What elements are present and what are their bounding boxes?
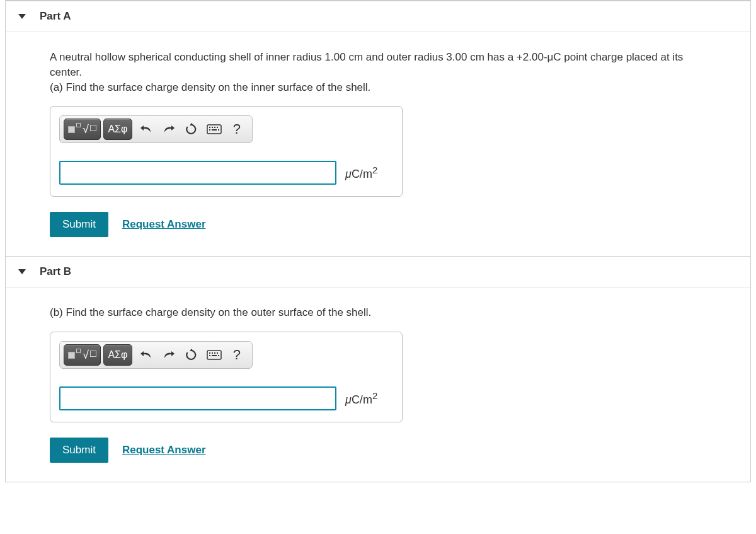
help-button[interactable]: ? <box>226 119 248 139</box>
reset-button[interactable] <box>180 345 203 365</box>
svg-rect-9 <box>209 352 210 354</box>
templates-button[interactable]: √ <box>64 344 101 366</box>
svg-rect-12 <box>217 352 218 354</box>
help-button[interactable]: ? <box>226 345 248 365</box>
caret-down-icon <box>18 269 26 274</box>
part-a-title: Part A <box>40 10 71 23</box>
svg-rect-10 <box>212 352 213 354</box>
svg-rect-7 <box>218 129 219 131</box>
undo-button[interactable] <box>135 119 158 139</box>
problem-text-line1: A neutral hollow spherical conducting sh… <box>50 51 683 78</box>
actions-a: Submit Request Answer <box>50 212 713 237</box>
redo-button[interactable] <box>158 119 180 139</box>
answer-box-b: √ ΑΣφ ? <box>50 332 403 422</box>
part-b-problem: (b) Find the surface charge density on t… <box>50 305 713 320</box>
keyboard-button[interactable] <box>203 345 226 365</box>
toolbar-a: √ ΑΣφ ? <box>59 115 253 143</box>
svg-rect-11 <box>214 352 215 354</box>
svg-rect-6 <box>212 129 217 131</box>
keyboard-button[interactable] <box>203 119 226 139</box>
rect-icon <box>68 126 75 133</box>
reset-icon <box>185 349 198 361</box>
reset-icon <box>185 123 198 136</box>
greek-button[interactable]: ΑΣφ <box>103 344 132 366</box>
answer-box-a: √ ΑΣφ ? <box>50 106 403 197</box>
svg-rect-3 <box>214 127 215 128</box>
svg-rect-2 <box>212 127 213 128</box>
problem-text-line2: (a) Find the surface charge density on t… <box>50 81 370 93</box>
help-label: ? <box>233 347 241 363</box>
sqrt-box-icon <box>90 125 96 131</box>
part-a-problem: A neutral hollow spherical conducting sh… <box>50 50 713 95</box>
svg-rect-5 <box>209 129 210 131</box>
svg-rect-4 <box>217 127 218 128</box>
answer-input-a[interactable] <box>59 161 336 185</box>
greek-label: ΑΣφ <box>108 124 127 135</box>
sqrt-icon: √ <box>83 123 89 136</box>
undo-icon <box>140 124 152 135</box>
part-a-header[interactable]: Part A <box>6 1 750 32</box>
unit-b: μC/m2 <box>345 390 377 407</box>
rect-icon <box>68 352 75 359</box>
keyboard-icon <box>207 124 222 134</box>
input-row-a: μC/m2 <box>59 161 393 185</box>
svg-rect-13 <box>209 355 210 356</box>
templates-button[interactable]: √ <box>64 119 101 140</box>
svg-rect-1 <box>209 127 210 128</box>
superscript-box-icon <box>76 349 81 353</box>
caret-down-icon <box>18 14 26 19</box>
redo-icon <box>163 349 175 361</box>
input-row-b: μC/m2 <box>59 386 393 410</box>
undo-button[interactable] <box>135 345 158 365</box>
greek-label: ΑΣφ <box>108 349 127 361</box>
redo-button[interactable] <box>158 345 180 365</box>
part-a-body: A neutral hollow spherical conducting sh… <box>6 32 750 256</box>
part-b-title: Part B <box>40 265 71 278</box>
keyboard-icon <box>207 350 222 360</box>
undo-icon <box>140 349 152 361</box>
part-b-header[interactable]: Part B <box>6 256 750 287</box>
toolbar-b: √ ΑΣφ ? <box>59 341 253 369</box>
submit-button-b[interactable]: Submit <box>50 438 108 463</box>
reset-button[interactable] <box>180 119 203 139</box>
superscript-box-icon <box>76 123 81 127</box>
answer-input-b[interactable] <box>59 386 336 410</box>
part-b-body: (b) Find the surface charge density on t… <box>6 287 750 482</box>
unit-a: μC/m2 <box>345 165 377 181</box>
greek-button[interactable]: ΑΣφ <box>103 119 132 140</box>
help-label: ? <box>233 121 241 137</box>
sqrt-icon: √ <box>83 349 89 362</box>
request-answer-link-a[interactable]: Request Answer <box>122 218 206 231</box>
request-answer-link-b[interactable]: Request Answer <box>122 444 206 456</box>
sqrt-box-icon <box>90 351 96 357</box>
redo-icon <box>163 124 175 135</box>
problem-text-line1: (b) Find the surface charge density on t… <box>50 306 371 318</box>
actions-b: Submit Request Answer <box>50 438 713 463</box>
submit-button-a[interactable]: Submit <box>50 212 108 237</box>
svg-rect-14 <box>212 355 217 356</box>
svg-rect-15 <box>218 355 219 356</box>
